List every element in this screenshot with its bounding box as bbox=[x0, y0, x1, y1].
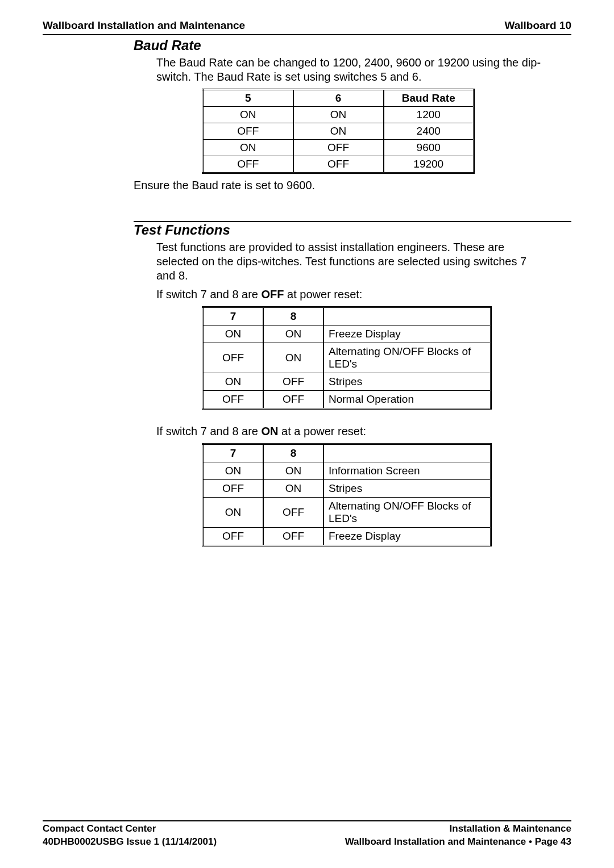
table-row: ON OFF Alternating ON/OFF Blocks of LED'… bbox=[203, 498, 491, 528]
cell: Information Screen bbox=[323, 462, 491, 480]
cell: Alternating ON/OFF Blocks of LED's bbox=[323, 343, 491, 373]
cell: OFF bbox=[293, 156, 384, 173]
text-bold: ON bbox=[262, 425, 279, 437]
footer-left-2: 40DHB0002USBG Issue 1 (11/14/2001) bbox=[43, 836, 217, 849]
cell: 1200 bbox=[384, 107, 474, 123]
cell: ON bbox=[203, 498, 264, 528]
test-functions-intro: Test functions are provided to assist in… bbox=[156, 240, 549, 283]
text: at power reset: bbox=[284, 288, 363, 301]
footer-left-1: Compact Contact Center bbox=[43, 823, 217, 836]
cell: Stripes bbox=[323, 480, 491, 498]
text: If switch 7 and 8 are bbox=[156, 425, 262, 437]
page-content: Baud Rate The Baud Rate can be changed t… bbox=[43, 35, 571, 820]
cell: 19200 bbox=[384, 156, 474, 173]
test-off-table: 7 8 ON ON Freeze Display OFF ON Alternat… bbox=[202, 306, 492, 410]
cell: OFF bbox=[263, 373, 323, 391]
table-row: OFF OFF Normal Operation bbox=[203, 391, 491, 409]
cell: ON bbox=[263, 326, 323, 343]
table-row: ON OFF 9600 bbox=[203, 140, 474, 156]
cell: Alternating ON/OFF Blocks of LED's bbox=[323, 498, 491, 528]
cell: OFF bbox=[203, 480, 264, 498]
col-header: 8 bbox=[263, 307, 323, 326]
cell: OFF bbox=[203, 343, 264, 373]
text: Wallboard Installation and Maintenance bbox=[345, 836, 529, 847]
col-header bbox=[323, 307, 491, 326]
table-row: OFF OFF 19200 bbox=[203, 156, 474, 173]
cell: OFF bbox=[263, 391, 323, 409]
header-left: Wallboard Installation and Maintenance bbox=[43, 19, 245, 32]
cell: OFF bbox=[263, 528, 323, 546]
cell: ON bbox=[203, 326, 264, 343]
page-footer: Compact Contact Center 40DHB0002USBG Iss… bbox=[43, 823, 571, 849]
col-header: 5 bbox=[203, 90, 293, 107]
baud-rate-note: Ensure the Baud rate is set to 9600. bbox=[134, 178, 549, 193]
baud-rate-table: 5 6 Baud Rate ON ON 1200 OFF ON 2400 ON … bbox=[202, 89, 475, 174]
baud-rate-intro: The Baud Rate can be changed to 1200, 24… bbox=[156, 56, 549, 84]
cell: OFF bbox=[293, 140, 384, 156]
table-row: ON ON Freeze Display bbox=[203, 326, 491, 343]
cell: ON bbox=[203, 107, 293, 123]
section-title-test-functions: Test Functions bbox=[134, 222, 571, 238]
page-header: Wallboard Installation and Maintenance W… bbox=[43, 19, 571, 33]
table-row: OFF ON Stripes bbox=[203, 480, 491, 498]
cell: ON bbox=[203, 462, 264, 480]
table-header-row: 7 8 bbox=[203, 307, 491, 326]
test-on-table: 7 8 ON ON Information Screen OFF ON Stri… bbox=[202, 443, 492, 546]
col-header: 7 bbox=[203, 444, 264, 462]
condition-off: If switch 7 and 8 are OFF at power reset… bbox=[156, 287, 549, 302]
header-right: Wallboard 10 bbox=[504, 19, 571, 32]
col-header: 7 bbox=[203, 307, 264, 326]
cell: ON bbox=[293, 107, 384, 123]
cell: ON bbox=[263, 343, 323, 373]
cell: ON bbox=[263, 480, 323, 498]
cell: OFF bbox=[203, 156, 293, 173]
cell: ON bbox=[203, 140, 293, 156]
section-title-baud-rate: Baud Rate bbox=[134, 37, 571, 53]
text: Page 43 bbox=[532, 836, 571, 847]
cell: ON bbox=[263, 462, 323, 480]
footer-rule bbox=[43, 820, 571, 821]
text-bold: OFF bbox=[262, 288, 284, 301]
table-row: ON ON Information Screen bbox=[203, 462, 491, 480]
cell: OFF bbox=[203, 123, 293, 140]
table-row: ON ON 1200 bbox=[203, 107, 474, 123]
cell: Freeze Display bbox=[323, 528, 491, 546]
cell: OFF bbox=[263, 498, 323, 528]
text: If switch 7 and 8 are bbox=[156, 288, 262, 301]
cell: Normal Operation bbox=[323, 391, 491, 409]
footer-right-1: Installation & Maintenance bbox=[345, 823, 571, 836]
col-header: 8 bbox=[263, 444, 323, 462]
cell: ON bbox=[293, 123, 384, 140]
text: at a power reset: bbox=[279, 425, 367, 437]
cell: OFF bbox=[203, 391, 264, 409]
col-header: Baud Rate bbox=[384, 90, 474, 107]
table-row: ON OFF Stripes bbox=[203, 373, 491, 391]
table-row: OFF ON Alternating ON/OFF Blocks of LED'… bbox=[203, 343, 491, 373]
table-header-row: 7 8 bbox=[203, 444, 491, 462]
cell: ON bbox=[203, 373, 264, 391]
cell: 9600 bbox=[384, 140, 474, 156]
cell: 2400 bbox=[384, 123, 474, 140]
condition-on: If switch 7 and 8 are ON at a power rese… bbox=[156, 424, 549, 439]
cell: Stripes bbox=[323, 373, 491, 391]
col-header: 6 bbox=[293, 90, 384, 107]
footer-right-2: Wallboard Installation and Maintenance •… bbox=[345, 836, 571, 849]
cell: OFF bbox=[203, 528, 264, 546]
table-header-row: 5 6 Baud Rate bbox=[203, 90, 474, 107]
table-row: OFF ON 2400 bbox=[203, 123, 474, 140]
cell: Freeze Display bbox=[323, 326, 491, 343]
table-row: OFF OFF Freeze Display bbox=[203, 528, 491, 546]
col-header bbox=[323, 444, 491, 462]
